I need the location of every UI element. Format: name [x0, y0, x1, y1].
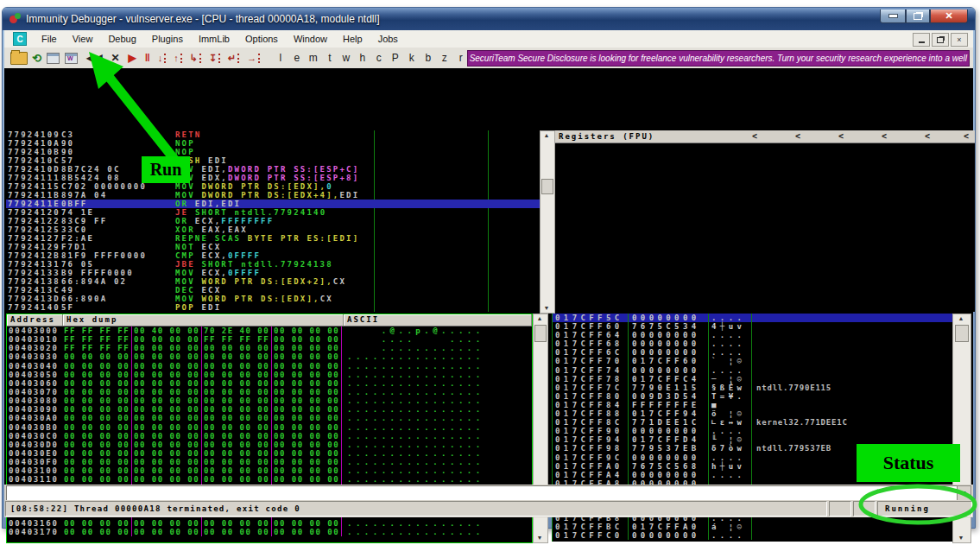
stack-row[interactable]: 017CFF88017CFF94ö ¦☺ [553, 409, 953, 418]
hexdump-row[interactable]: 0040310000 00 00 0000 00 00 0000 00 00 0… [7, 466, 532, 475]
toolbar-letter-h[interactable]: h [354, 52, 370, 64]
scroll-up-icon[interactable]: ▲ [535, 315, 544, 322]
hexdump-row[interactable]: 004030A000 00 00 0000 00 00 0000 00 00 0… [7, 414, 532, 422]
toolbar-letter-t[interactable]: t [321, 52, 338, 64]
toolbar-letter-z[interactable]: z [436, 52, 452, 64]
disasm-row[interactable]: 77924109C3RETN [6, 130, 540, 139]
pause-icon[interactable]: ‖ [145, 52, 150, 64]
toolbar-letter-P[interactable]: P [387, 52, 403, 64]
scroll-thumb[interactable] [534, 325, 547, 342]
disasm-row[interactable]: 7792410B90NOP [6, 148, 540, 156]
collapse-chevron-icon[interactable]: < [925, 131, 930, 141]
close-button[interactable]: ✕ [930, 10, 968, 23]
stack-row[interactable]: 017CFF94017CFFD4╙ ¦☺ [553, 435, 953, 444]
disasm-row[interactable]: 7792413D66:890AMOV WORD PTR DS:[EDX],CX [6, 295, 540, 303]
stack-row[interactable]: 017CFF78017CFFC4─ ¦☺ [553, 375, 953, 383]
menu-item-jobs[interactable]: Jobs [370, 32, 406, 46]
toolbar-letter-l[interactable]: l [272, 52, 288, 64]
disasm-row[interactable]: 7792413176 05JBE SHORT ntdll.77924138 [6, 260, 540, 269]
scroll-down-icon[interactable]: ▼ [535, 535, 544, 542]
stack-row[interactable]: 017CFFC000000000.... [553, 531, 953, 540]
animate-into-icon[interactable]: ↳ [190, 54, 201, 63]
hexdump-row[interactable]: 004030D000 00 00 0000 00 00 0000 00 00 0… [7, 440, 532, 449]
collapse-chevron-icon[interactable]: < [838, 131, 844, 141]
disasm-row[interactable]: 7792412533C0XOR EAX,EAX [6, 225, 540, 234]
restore-button[interactable] [906, 10, 930, 23]
cpu-child-icon[interactable]: C [13, 32, 27, 46]
hexdump-col-ascii[interactable]: ASCII [344, 314, 532, 326]
hexdump-row[interactable]: 0040316000 00 00 0000 00 00 0000 00 00 0… [7, 519, 532, 528]
disasm-scrollbar[interactable]: ▲ ▼ [540, 130, 555, 314]
hexdump-row[interactable]: 00403020FF FF FF FF00 00 00 0000 00 00 0… [7, 344, 532, 352]
hexdump-row[interactable]: 0040303000 00 00 0000 00 00 0000 00 00 0… [7, 352, 532, 361]
hexdump-row[interactable]: 004030B000 00 00 0000 00 00 0000 00 00 0… [7, 423, 532, 432]
minimize-button[interactable] [880, 10, 906, 23]
scroll-down-icon[interactable]: ▼ [542, 305, 551, 312]
child-minimize-button[interactable] [913, 33, 930, 47]
stack-row[interactable]: 017CFF607675C5344┼uv [553, 322, 953, 331]
close-program-icon[interactable]: ✕ [111, 52, 119, 64]
hexdump-row[interactable]: 0040305000 00 00 0000 00 00 0000 00 00 0… [7, 371, 532, 379]
disasm-row[interactable]: 77924129F7D1NOT ECX [6, 243, 540, 251]
menu-item-window[interactable]: Window [286, 32, 335, 46]
disasm-row[interactable]: 77924115C702 00000000MOV DWORD PTR DS:[E… [6, 182, 540, 191]
scroll-up-icon[interactable]: ▲ [957, 315, 965, 322]
scroll-up-icon[interactable]: ▲ [542, 132, 551, 139]
animate-over-icon[interactable]: ↧ [209, 54, 220, 63]
disasm-row[interactable]: 7792410C57PUSH EDI [6, 156, 540, 165]
stack-row[interactable]: 017CFF7C7790E115§ßÉwntdll.7790E115 [553, 383, 953, 392]
stack-row[interactable]: 017CFF6800000000.... [553, 339, 953, 348]
menu-item-help[interactable]: Help [335, 32, 370, 46]
disassembly-pane[interactable]: 77924109C3RETN7792410A90NOP7792410B90NOP… [6, 130, 540, 312]
restart-icon[interactable]: ⟲ [28, 50, 41, 66]
rewind-icon[interactable]: ◀◀ [86, 52, 102, 64]
toolbar-letter-b[interactable]: b [420, 52, 436, 64]
hexdump-col-address[interactable]: Address [7, 314, 63, 326]
run-icon[interactable]: ▶ [128, 52, 136, 64]
marquee-banner[interactable]: SecuriTeam Secure Disclosure is looking … [467, 50, 970, 67]
menu-item-options[interactable]: Options [237, 32, 286, 46]
hexdump-row[interactable]: 0040308000 00 00 0000 00 00 0000 00 00 0… [7, 396, 532, 405]
stack-row[interactable]: 017CFF9000000000.... [553, 427, 953, 435]
hexdump-row[interactable]: 004030E000 00 00 0000 00 00 0000 00 00 0… [7, 449, 532, 458]
child-close-button[interactable]: × [951, 33, 968, 47]
disasm-row[interactable]: 7792412074 1EJE SHORT ntdll.77924140 [6, 208, 540, 217]
hexdump-col-hex[interactable]: Hex dump [63, 314, 344, 326]
toolbar-letter-w[interactable]: w [338, 52, 354, 64]
menu-item-file[interactable]: File [34, 32, 65, 46]
scroll-thumb[interactable] [955, 325, 969, 342]
disasm-row[interactable]: 7792413866:894A 02MOV WORD PTR DS:[EDX+2… [6, 277, 540, 286]
disasm-row[interactable]: 7792410A90NOP [6, 139, 540, 148]
menu-item-view[interactable]: View [65, 32, 101, 46]
hexdump-row[interactable]: 0040311000 00 00 0000 00 00 0000 00 00 0… [7, 475, 532, 484]
disasm-row[interactable]: 7792412B81F9 FFFF0000CMP ECX,0FFFF [6, 251, 540, 260]
hexdump-row[interactable]: 0040306000 00 00 0000 00 00 0000 00 00 0… [7, 379, 532, 388]
goto-icon[interactable]: → [247, 54, 260, 63]
hexdump-row[interactable]: 00403010FF FF FF FF00 00 00 00FF FF FF F… [7, 335, 532, 344]
hexdump-row[interactable]: 0040304000 00 00 0000 00 00 0000 00 00 0… [7, 362, 532, 371]
scroll-down-icon[interactable]: ▼ [957, 535, 965, 542]
hexdump-row[interactable]: 00403000FF FF FF FF00 40 00 0070 2E 40 0… [7, 326, 532, 335]
disasm-row[interactable]: 7792411E0BFFOR EDI,EDI [6, 200, 540, 208]
title-bar[interactable]: Immunity Debugger - vulnserver.exe - [CP… [3, 8, 975, 30]
disasm-row[interactable]: 77924133B9 FFFF0000MOV ECX,0FFFF [6, 269, 540, 277]
collapse-chevron-icon[interactable]: < [795, 131, 800, 141]
registers-pane[interactable]: Registers (FPU) <<<<<< [555, 130, 975, 312]
step-over-icon[interactable]: ↑ [174, 54, 182, 63]
disasm-row[interactable]: 7792413C49DEC ECX [6, 286, 540, 295]
hexdump-row[interactable]: 0040307000 00 00 0000 00 00 0000 00 00 0… [7, 388, 532, 396]
command-input[interactable] [6, 485, 963, 501]
menu-item-debug[interactable]: Debug [100, 32, 143, 46]
hexdump-row[interactable]: 0040317000 00 00 0000 00 00 0000 00 00 0… [7, 528, 532, 536]
disasm-row[interactable]: 7792411B897A 04MOV DWORD PTR DS:[EDX+4],… [6, 191, 540, 200]
open-file-icon[interactable] [4, 50, 28, 66]
stack-row[interactable]: 017CFF80009D3D54T=¥. [553, 392, 953, 401]
stack-row[interactable]: 017CFF8C771DEE1C∟ε↔wkernel32.771DEE1C [553, 418, 953, 427]
toolbar-letter-e[interactable]: e [288, 52, 305, 64]
hexdump-row[interactable]: 0040309000 00 00 0000 00 00 0000 00 00 0… [7, 405, 532, 414]
toolbar-letter-c[interactable]: c [370, 52, 387, 64]
stack-row[interactable]: 017CFFBC017CFFA0á ¦☺ [553, 523, 953, 531]
log-window-icon[interactable] [65, 53, 78, 64]
windows-icon[interactable] [47, 53, 60, 64]
stack-row[interactable]: 017CFF6C00000000.... [553, 348, 953, 357]
